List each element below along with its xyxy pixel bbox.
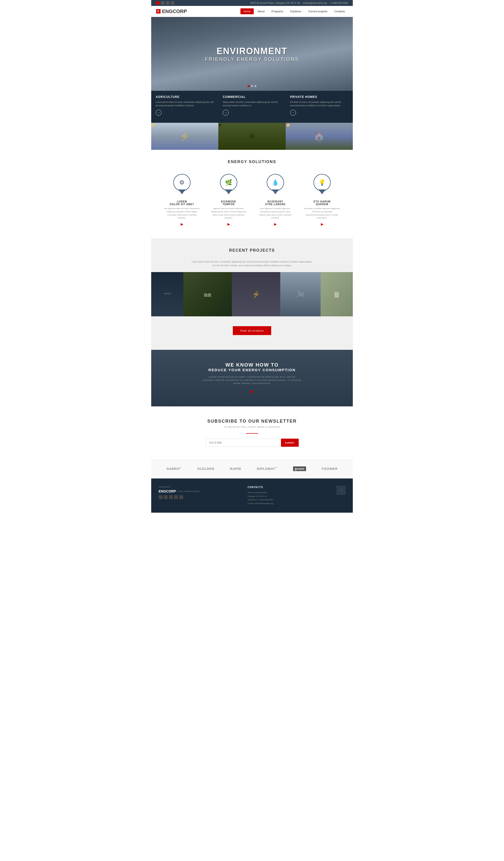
energy-item-3: 💧 NCIDIDUNTUTRE LABORE Edm dignissim in … xyxy=(252,172,299,229)
partner-zcolden: ZCOLDEN xyxy=(197,467,214,470)
energy-arrow-1[interactable]: ▶ xyxy=(181,222,183,226)
energy-arrow-2[interactable]: ▶ xyxy=(227,222,230,226)
energy-arrow-3[interactable]: ▶ xyxy=(274,222,277,226)
hero-text: ENVIRONMENT FRIENDLY ENERGY SOLUTIONS xyxy=(205,46,299,62)
cta-text: LOREM IPSUM DOLOR SIT AMET, CONSECTETUR … xyxy=(203,375,301,385)
partners-section: GABRO✦ ZCOLDEN RAPID DIPLOMAT™ green FOO… xyxy=(151,459,353,478)
nav-home[interactable]: Home xyxy=(240,8,253,14)
view-all-projects-button[interactable]: View all projects xyxy=(233,326,271,335)
hero-dot-2[interactable] xyxy=(251,85,253,87)
hero-dot-1[interactable] xyxy=(248,85,250,87)
card-commercial-icon[interactable]: → xyxy=(223,110,229,115)
project-image-3[interactable]: ⚡ xyxy=(232,272,280,316)
card-agriculture-icon[interactable]: → xyxy=(156,110,162,115)
card-agriculture-top: AGRICULTURE Lorem ipsum dolor sit amet, … xyxy=(151,91,218,123)
footer-linkedin-icon[interactable] xyxy=(174,495,178,499)
energy-item-2: 🌿 EIUSMODETEMPOR Egestas lorem sit amet … xyxy=(205,172,252,229)
newsletter-divider xyxy=(246,433,258,434)
footer-address: 9970 St Vincent Place, Glasgow, DC 45 Fr… xyxy=(248,491,337,505)
project-3-icon: ⚡ xyxy=(252,290,261,298)
energy-icon-wrap-1: ⚙ xyxy=(173,174,191,191)
newsletter-section: SUBSCRIBE TO OUR NEWSLETTER TO RECEIVE T… xyxy=(151,406,353,459)
cta-banner: WE KNOW HOW TO REDUCE YOUR ENERGY CONSUM… xyxy=(151,350,353,406)
card-commercial-title: COMMERCIAL xyxy=(223,95,281,99)
card-agriculture-text: Lorem ipsum dolor sit amet, consectetur … xyxy=(156,100,214,107)
energy-item-title-3: NCIDIDUNTUTRE LABORE xyxy=(265,200,285,206)
top-bar-left xyxy=(156,1,174,5)
card-agriculture: AGRICULTURE Lorem ipsum dolor sit amet, … xyxy=(151,91,218,150)
energy-icon-2: 🌿 xyxy=(225,179,232,186)
partner-foower: FOOWER xyxy=(322,467,338,470)
energy-grid: ⚙ LOREMDOLOR SIT AMET Dui dignissim diam… xyxy=(158,172,346,229)
youtube-icon[interactable] xyxy=(156,1,159,5)
energy-item-4: 💡 ETO HARUMQORDEM Accumsan in porttito d… xyxy=(299,172,346,229)
address-text: 9970 St Vincent Place, Glasgow, DC 45 Fr… xyxy=(250,2,300,4)
card-agriculture-title: AGRICULTURE xyxy=(156,95,214,99)
projects-grid: 〰 🏘 ⚡ 🌬 📋 xyxy=(151,272,353,316)
energy-icon-4: 💡 xyxy=(318,179,326,186)
card-private-homes-image: 🏠 xyxy=(286,123,353,150)
nav-programs[interactable]: Programs xyxy=(268,8,286,14)
logo-text: ENGCORP xyxy=(162,9,187,14)
footer-youtube-icon[interactable] xyxy=(169,495,173,499)
logo-icon: E xyxy=(156,9,160,14)
hero-dots xyxy=(248,85,256,87)
wind-turbine-icon: ⚡ xyxy=(151,123,156,127)
twitter-icon[interactable] xyxy=(166,1,169,5)
partner-rapid: RAPID xyxy=(230,467,241,470)
energy-item-title-2: EIUSMODETEMPOR xyxy=(221,200,236,206)
footer-rss-icon[interactable] xyxy=(179,495,183,499)
hero-title: ENVIRONMENT xyxy=(205,46,299,56)
energy-solutions-title: ENERGY SOLUTIONS xyxy=(158,160,346,164)
recent-projects-description: Lorem ipsum dolor sit amet, consectetur … xyxy=(191,260,313,267)
energy-icon-1: ⚙ xyxy=(179,179,185,186)
footer-facebook-icon[interactable] xyxy=(158,495,163,499)
footer-privacy-link[interactable]: PRIVACY POLICY xyxy=(184,490,201,492)
newsletter-email-input[interactable] xyxy=(205,439,281,447)
card-private-homes-top: PRIVATE HOMES Ed dolor sit amet, consect… xyxy=(286,91,353,123)
project-5-icon: 📋 xyxy=(332,290,341,298)
top-bar-right: 9970 St Vincent Place, Glasgow, DC 45 Fr… xyxy=(250,2,348,4)
nav-contacts[interactable]: Contacts xyxy=(332,8,348,14)
phone-text: +1 800 559 6580 xyxy=(330,2,348,4)
rss-icon[interactable] xyxy=(171,1,174,5)
cta-play-icon[interactable]: ▶ xyxy=(158,389,346,394)
energy-arrow-4[interactable]: ▶ xyxy=(321,222,324,226)
project-2-icon: 🏘 xyxy=(204,290,211,298)
project-image-1[interactable]: 〰 xyxy=(151,272,183,316)
card-commercial: COMMERCIAL Massa dolor sit amet, consect… xyxy=(218,91,285,150)
project-4-icon: 🌬 xyxy=(297,290,304,298)
social-icons xyxy=(156,1,174,5)
main-nav: Home About Programs Solutions Current pr… xyxy=(240,8,348,14)
project-image-2[interactable]: 🏘 xyxy=(183,272,232,316)
email-text[interactable]: contact@demstink.org xyxy=(303,2,327,4)
project-image-5[interactable]: 📋 xyxy=(321,272,353,316)
project-1-icon: 〰 xyxy=(164,290,171,298)
top-bar: 9970 St Vincent Place, Glasgow, DC 45 Fr… xyxy=(151,0,353,6)
header: E ENGCORP Home About Programs Solutions … xyxy=(151,6,353,17)
back-to-top-button[interactable]: ↑ xyxy=(337,486,346,495)
card-private-homes-title: PRIVATE HOMES xyxy=(290,95,348,99)
nav-about[interactable]: About xyxy=(255,8,268,14)
logo[interactable]: E ENGCORP xyxy=(156,9,187,14)
newsletter-submit-button[interactable]: SUBMIT xyxy=(281,439,299,447)
nav-solutions[interactable]: Solutions xyxy=(287,8,304,14)
partner-gabro: GABRO✦ xyxy=(166,467,181,470)
hero-dot-3[interactable] xyxy=(254,85,256,87)
newsletter-form: SUBMIT xyxy=(205,439,299,447)
project-image-4[interactable]: 🌬 xyxy=(280,272,321,316)
cards-section: AGRICULTURE Lorem ipsum dolor sit amet, … xyxy=(151,91,353,150)
energy-item-text-4: Accumsan in porttito dignissim adipiscin… xyxy=(304,207,340,220)
footer-contacts-col: CONTACTS 9970 St Vincent Place, Glasgow,… xyxy=(248,486,337,505)
facebook-icon[interactable] xyxy=(161,1,165,5)
footer-social-icons xyxy=(158,495,248,499)
footer-twitter-icon[interactable] xyxy=(164,495,168,499)
footer-copyright-label: COPYRIGHT xyxy=(158,486,248,488)
footer-contacts-title: CONTACTS xyxy=(248,486,337,489)
newsletter-subtitle: TO RECEIVE THE LATEST NEWS & UPDATES xyxy=(158,426,346,428)
energy-item-text-3: Edm dignissim in porttito dignissim. Ele… xyxy=(257,207,294,220)
recent-projects-title: RECENT PROJECTS xyxy=(158,248,346,252)
energy-item-text-1: Dui dignissim diam vel amet. Elementum a… xyxy=(164,207,200,220)
nav-current-projects[interactable]: Current projects xyxy=(305,8,330,14)
card-private-homes-icon[interactable]: → xyxy=(290,110,296,115)
